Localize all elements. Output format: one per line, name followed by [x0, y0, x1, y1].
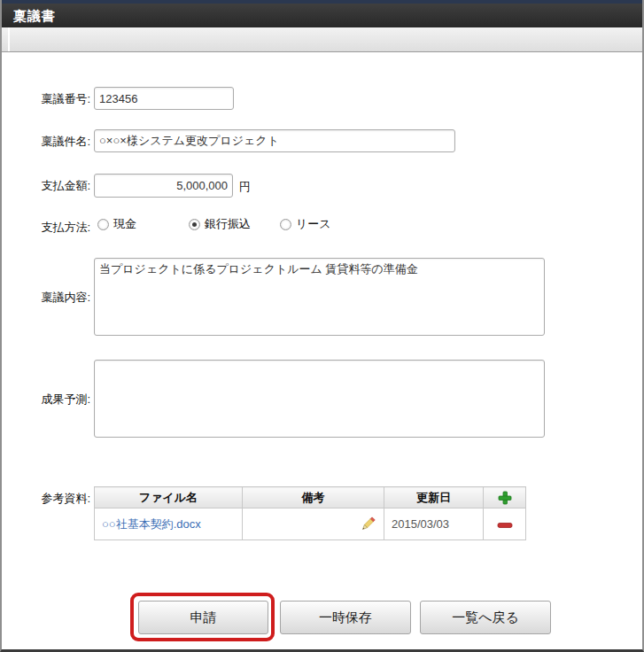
- payment-method-radio-group: 現金 銀行振込 リース: [97, 216, 331, 232]
- attachment-row: ○○社基本契約.docx 2015/03/03: [95, 508, 526, 540]
- radio-bank-transfer-label: 銀行振込: [205, 216, 251, 232]
- radio-cash[interactable]: 現金: [97, 216, 136, 232]
- toolbar-strip: [2, 27, 642, 52]
- ringi-content-textarea[interactable]: 当プロジェクトに係るプロジェクトルーム 賃貸料等の準備金: [94, 258, 545, 336]
- radio-bank-transfer[interactable]: 銀行振込: [189, 216, 251, 232]
- updated-date-cell: 2015/03/03: [384, 508, 484, 540]
- plus-icon: [498, 491, 512, 505]
- toolbar-divider: [8, 27, 10, 51]
- attachment-file-link[interactable]: ○○社基本契約.docx: [102, 517, 201, 531]
- window-title-bar: 稟議書: [2, 4, 642, 27]
- pencil-icon[interactable]: [360, 516, 376, 532]
- radio-cash-label: 現金: [113, 216, 136, 232]
- column-note: 備考: [243, 487, 384, 508]
- attachments-header-row: ファイル名 備考 更新日: [95, 487, 526, 508]
- radio-circle-icon: [280, 219, 291, 230]
- ringi-number-input[interactable]: [94, 87, 234, 110]
- page-title: 稟議書: [13, 8, 56, 23]
- payment-amount-input[interactable]: [94, 174, 233, 198]
- note-cell: [243, 508, 384, 540]
- outcome-forecast-textarea[interactable]: [94, 360, 545, 438]
- ringi-title-label: 稟議件名:: [2, 134, 90, 150]
- outcome-forecast-label: 成果予測:: [2, 392, 90, 408]
- file-name-cell: ○○社基本契約.docx: [95, 508, 243, 540]
- minus-icon: [497, 522, 513, 529]
- ringi-content-label: 稟議内容:: [2, 290, 90, 306]
- attachments-table: ファイル名 備考 更新日 ○○社基本契約.docx: [94, 486, 526, 540]
- attachments-label: 参考資料:: [2, 491, 90, 507]
- column-updated: 更新日: [384, 487, 484, 508]
- radio-circle-icon: [189, 219, 200, 230]
- payment-amount-unit: 円: [239, 179, 251, 195]
- payment-amount-label: 支払金額:: [2, 178, 90, 194]
- payment-method-label: 支払方法:: [2, 220, 90, 236]
- save-draft-button[interactable]: 一時保存: [280, 601, 411, 634]
- ringi-title-input[interactable]: [94, 129, 455, 152]
- ringi-number-label: 稟議番号:: [2, 91, 90, 107]
- add-attachment-button[interactable]: [484, 487, 526, 508]
- radio-lease[interactable]: リース: [280, 216, 331, 232]
- remove-attachment-button[interactable]: [484, 508, 526, 540]
- back-to-list-button[interactable]: 一覧へ戻る: [420, 601, 551, 634]
- ringi-form-window: 稟議書 稟議番号: 稟議件名: 支払金額: 円 支払方法: 現金 銀行振込 リー…: [0, 0, 644, 652]
- radio-lease-label: リース: [296, 216, 331, 232]
- column-file-name: ファイル名: [95, 487, 243, 508]
- submit-button[interactable]: 申請: [138, 601, 268, 634]
- radio-circle-icon: [97, 219, 109, 230]
